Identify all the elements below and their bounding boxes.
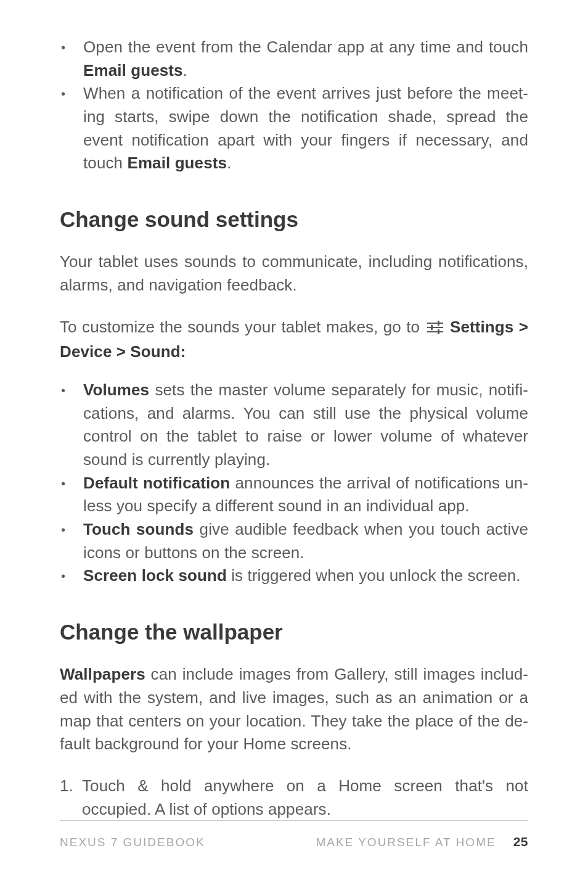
bold-text: Touch sounds (83, 520, 194, 538)
list-item-content: Touch & hold anywhere on a Home screen t… (82, 775, 528, 821)
svg-rect-3 (438, 321, 439, 326)
heading-change-sound-settings: Change sound settings (60, 207, 528, 232)
footer-line: NEXUS 7 GUIDEBOOK MAKE YOURSELF AT HOME … (60, 834, 528, 849)
bold-text: Email guests (83, 61, 183, 80)
top-bullet-list: • Open the event from the Calendar app a… (60, 36, 528, 175)
list-item: • When a notification of the event arriv… (60, 82, 528, 175)
sound-settings-list: • Volumes sets the master volume separat… (60, 379, 528, 588)
text: is triggered when you unlock the screen. (227, 566, 521, 585)
paragraph: Wallpapers can include images from Galle… (60, 663, 528, 756)
bold-text: Volumes (83, 381, 149, 399)
bullet-marker: • (60, 472, 83, 495)
page-footer: NEXUS 7 GUIDEBOOK MAKE YOURSELF AT HOME … (60, 820, 528, 849)
bold-text: Wallpapers (60, 665, 145, 683)
svg-rect-2 (427, 331, 443, 332)
paragraph: Your tablet uses sounds to communicate, … (60, 250, 528, 297)
bullet-marker: • (60, 379, 83, 402)
svg-rect-1 (427, 327, 443, 328)
svg-rect-0 (427, 323, 443, 324)
bold-text: Default notification (83, 474, 230, 492)
wallpaper-steps-list: 1. Touch & hold anywhere on a Home scree… (60, 775, 528, 821)
list-item-content: Volumes sets the master volume separatel… (83, 379, 528, 472)
bullet-marker: • (60, 82, 83, 105)
document-page: • Open the event from the Calendar app a… (0, 0, 588, 885)
text: . (183, 61, 187, 80)
bold-text: Email guests (127, 154, 227, 172)
text: sets the master volume separately for mu… (83, 381, 528, 469)
footer-chapter-title: MAKE YOURSELF AT HOME (316, 836, 496, 849)
list-item: • Open the event from the Calendar app a… (60, 36, 528, 82)
bullet-marker: • (60, 36, 83, 59)
bullet-marker: • (60, 564, 83, 588)
text: . (227, 154, 231, 172)
page-number: 25 (513, 834, 528, 849)
heading-change-the-wallpaper: Change the wallpaper (60, 620, 528, 644)
number-marker: 1. (60, 775, 82, 798)
footer-book-title: NEXUS 7 GUIDEBOOK (60, 836, 205, 849)
svg-rect-4 (431, 325, 433, 330)
list-item-content: Open the event from the Calendar app at … (83, 36, 528, 82)
bullet-marker: • (60, 518, 83, 541)
list-item-content: When a notification of the event arrives… (83, 82, 528, 175)
list-item: 1. Touch & hold anywhere on a Home scree… (60, 775, 528, 821)
list-item: • Screen lock sound is triggered when yo… (60, 564, 528, 588)
list-item-content: Touch sounds give audible feedback when … (83, 518, 528, 564)
list-item-content: Screen lock sound is triggered when you … (83, 564, 528, 588)
list-item: • Volumes sets the master volume separat… (60, 379, 528, 472)
list-item-content: Default notification announces the arriv… (83, 472, 528, 518)
bold-text: Screen lock sound (83, 566, 227, 585)
footer-divider (60, 820, 528, 821)
text: To customize the sounds your tablet make… (60, 318, 425, 336)
paragraph: To customize the sounds your tablet make… (60, 316, 528, 364)
footer-right-group: MAKE YOURSELF AT HOME 25 (316, 834, 528, 849)
list-item: • Default notification announces the arr… (60, 472, 528, 518)
settings-sliders-icon (427, 318, 443, 341)
list-item: • Touch sounds give audible feedback whe… (60, 518, 528, 564)
svg-rect-5 (438, 329, 439, 334)
text: Open the event from the Calendar app at … (83, 38, 528, 56)
